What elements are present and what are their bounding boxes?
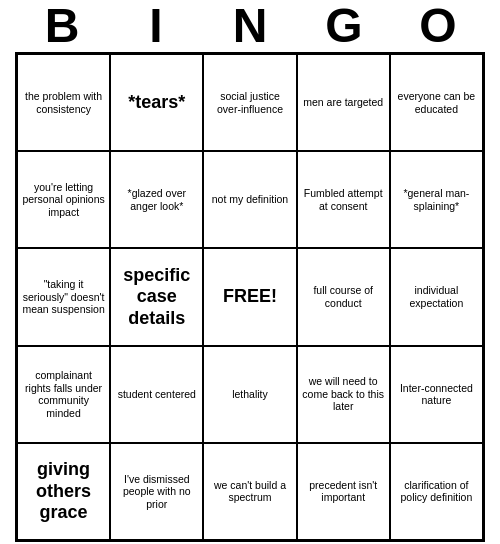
bingo-cell-12: FREE! [203, 248, 296, 345]
bingo-cell-19: Inter-connected nature [390, 346, 483, 443]
bingo-cell-21: I've dismissed people with no prior [110, 443, 203, 540]
title-letter-g: G [300, 2, 388, 50]
bingo-cell-18: we will need to come back to this later [297, 346, 390, 443]
bingo-cell-13: full course of conduct [297, 248, 390, 345]
bingo-cell-3: men are targeted [297, 54, 390, 151]
bingo-cell-24: clarification of policy definition [390, 443, 483, 540]
title-letter-o: O [394, 2, 482, 50]
bingo-cell-22: we can't build a spectrum [203, 443, 296, 540]
bingo-cell-2: social justice over-influence [203, 54, 296, 151]
bingo-cell-6: *glazed over anger look* [110, 151, 203, 248]
bingo-cell-5: you're letting personal opinions impact [17, 151, 110, 248]
bingo-cell-8: Fumbled attempt at consent [297, 151, 390, 248]
bingo-cell-7: not my definition [203, 151, 296, 248]
bingo-cell-0: the problem with consistency [17, 54, 110, 151]
bingo-cell-11: specific case details [110, 248, 203, 345]
title-letter-b: B [18, 2, 106, 50]
bingo-title: BINGO [15, 2, 485, 50]
bingo-grid: the problem with consistency*tears*socia… [15, 52, 485, 542]
title-letter-n: N [206, 2, 294, 50]
bingo-cell-1: *tears* [110, 54, 203, 151]
bingo-cell-10: "taking it seriously" doesn't mean suspe… [17, 248, 110, 345]
bingo-cell-14: individual expectation [390, 248, 483, 345]
bingo-cell-9: *general man-splaining* [390, 151, 483, 248]
bingo-cell-4: everyone can be educated [390, 54, 483, 151]
bingo-cell-15: complainant rights falls under community… [17, 346, 110, 443]
bingo-cell-17: lethality [203, 346, 296, 443]
title-letter-i: I [112, 2, 200, 50]
bingo-cell-20: giving others grace [17, 443, 110, 540]
bingo-cell-23: precedent isn't important [297, 443, 390, 540]
bingo-cell-16: student centered [110, 346, 203, 443]
